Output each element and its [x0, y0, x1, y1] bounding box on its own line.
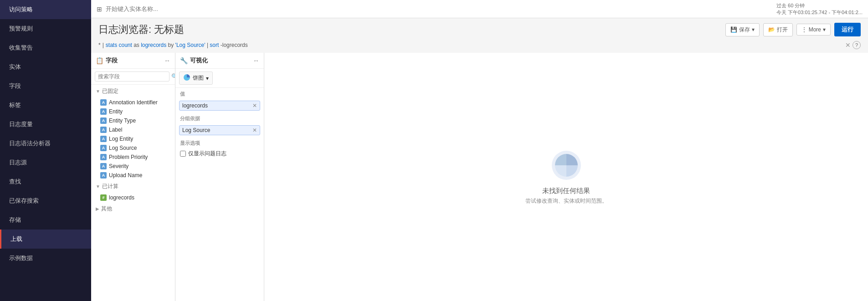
show-problem-logs-checkbox[interactable] — [180, 151, 186, 157]
viz-display-section-label: 显示选项 — [175, 137, 264, 148]
field-search-icon: 🔍 — [171, 73, 175, 80]
sidebar-item-upload[interactable]: 上载 — [0, 230, 91, 249]
field-label-log-entity: Log Entity — [109, 136, 133, 142]
field-logrecords[interactable]: # logrecords — [91, 193, 175, 202]
query-help-icon[interactable]: ? — [853, 41, 861, 49]
sidebar-item-tags[interactable]: 标签 — [0, 96, 91, 115]
field-entity-type[interactable]: A Entity Type — [91, 116, 175, 125]
logsource-link[interactable]: 'Log Source' — [175, 42, 205, 48]
sidebar-item-log-source[interactable]: 日志源 — [0, 153, 91, 172]
field-type-icon-problem-priority: A — [100, 154, 107, 160]
field-label-upload-name: Upload Name — [109, 172, 142, 179]
field-type-icon-annotation: A — [100, 99, 107, 106]
run-button[interactable]: 运行 — [834, 23, 861, 36]
save-button[interactable]: 💾 保存 ▾ — [725, 23, 760, 36]
fields-panel-collapse-icon[interactable]: ↔ — [164, 57, 170, 64]
no-result-title: 未找到任何结果 — [542, 187, 590, 195]
query-close-icon[interactable]: ✕ — [845, 41, 851, 49]
viz-value-tag: logrecords ✕ — [179, 101, 260, 111]
sidebar-item-access-policy[interactable]: 访问策略 — [0, 0, 91, 19]
field-problem-priority[interactable]: A Problem Priority — [91, 153, 175, 162]
open-label: 打开 — [777, 26, 788, 34]
sidebar-item-search[interactable]: 查找 — [0, 172, 91, 191]
more-label: More — [809, 26, 821, 33]
fields-panel-header: 📋 字段 ↔ — [91, 53, 175, 69]
result-area: 未找到任何结果 尝试修改查询、实体或时间范围。 — [264, 53, 868, 301]
computed-section-header[interactable]: ▼ 已计算 — [91, 180, 175, 193]
pie-chart-icon — [183, 74, 190, 82]
sidebar-item-saved-search[interactable]: 已保存搜索 — [0, 191, 91, 210]
field-type-icon-log-entity: A — [100, 136, 107, 142]
viz-panel-header: 🔧 可视化 ↔ — [175, 53, 264, 69]
main-area: ⊞ 过去 60 分钟 今天 下午03:01:25.742 - 下午04:01:2… — [91, 0, 868, 301]
content-area: 📋 字段 ↔ 🔍 ▼ 已固定 A Annotation Identifier A… — [91, 53, 868, 301]
sidebar-item-log-analyzer[interactable]: 日志语法分析器 — [0, 134, 91, 153]
field-annotation-identifier[interactable]: A Annotation Identifier — [91, 98, 175, 107]
viz-value-tag-close-icon[interactable]: ✕ — [252, 102, 257, 109]
viz-panel-collapse-icon[interactable]: ↔ — [253, 57, 259, 64]
sidebar-item-storage[interactable]: 存储 — [0, 210, 91, 230]
fields-panel: 📋 字段 ↔ 🔍 ▼ 已固定 A Annotation Identifier A… — [91, 53, 175, 301]
sidebar-item-sample-data[interactable]: 示例数据 — [0, 249, 91, 268]
querybar: * | stats count as logrecords by 'Log So… — [91, 39, 868, 53]
entity-search-input[interactable] — [106, 5, 773, 12]
sidebar-item-collect-alerts[interactable]: 收集警告 — [0, 38, 91, 57]
sidebar-item-alert-rules[interactable]: 预警规则 — [0, 19, 91, 38]
viz-group-tag-close-icon[interactable]: ✕ — [252, 127, 257, 133]
save-chevron-icon: ▾ — [752, 26, 755, 33]
fields-icon: 📋 — [96, 57, 103, 64]
pinned-section-header[interactable]: ▼ 已固定 — [91, 85, 175, 98]
titlebar: 日志浏览器: 无标题 💾 保存 ▾ 📂 打开 ⋮ More ▾ 运行 — [91, 18, 868, 39]
field-type-icon-logrecords: # — [100, 194, 107, 201]
field-upload-name[interactable]: A Upload Name — [91, 171, 175, 180]
no-result-icon — [550, 149, 582, 181]
stats-link[interactable]: stats — [106, 42, 117, 48]
field-label[interactable]: A Label — [91, 125, 175, 134]
count-link[interactable]: count — [118, 42, 132, 48]
viz-panel: 🔧 可视化 ↔ 饼图 ▾ 值 — [175, 53, 264, 301]
viz-value-tag-text: logrecords — [182, 102, 208, 109]
show-problem-logs-label: 仅显示问题日志 — [188, 150, 226, 158]
field-log-entity[interactable]: A Log Entity — [91, 134, 175, 143]
field-label-severity: Severity — [109, 163, 128, 169]
sidebar-item-entity[interactable]: 实体 — [0, 57, 91, 77]
titlebar-actions: 💾 保存 ▾ 📂 打开 ⋮ More ▾ 运行 — [725, 23, 861, 36]
field-label-logrecords: logrecords — [109, 194, 134, 201]
more-chevron-icon: ▾ — [823, 26, 826, 33]
viz-group-tag: Log Source ✕ — [179, 125, 260, 135]
sidebar: 访问策略 预警规则 收集警告 实体 字段 标签 日志度量 日志语法分析器 日志源… — [0, 0, 91, 301]
chart-type-button[interactable]: 饼图 ▾ — [179, 71, 213, 85]
field-search-input[interactable] — [95, 71, 169, 82]
sidebar-item-fields[interactable]: 字段 — [0, 77, 91, 96]
field-label-annotation: Annotation Identifier — [109, 99, 158, 106]
open-button[interactable]: 📂 打开 — [763, 23, 793, 36]
field-type-icon-upload-name: A — [100, 172, 107, 179]
save-label: 保存 — [739, 26, 750, 34]
save-icon: 💾 — [730, 26, 737, 33]
other-section-label: 其他 — [101, 205, 112, 213]
field-log-source[interactable]: A Log Source — [91, 143, 175, 153]
viz-group-tag-text: Log Source — [182, 127, 210, 133]
no-result-subtitle: 尝试修改查询、实体或时间范围。 — [525, 197, 607, 205]
more-button[interactable]: ⋮ More ▾ — [796, 24, 831, 36]
page-title: 日志浏览器: 无标题 — [98, 23, 184, 36]
other-section-header[interactable]: ▶ 其他 — [91, 202, 175, 215]
field-type-icon-log-source: A — [100, 145, 107, 151]
viz-icon: 🔧 — [180, 57, 188, 64]
sidebar-item-log-metrics[interactable]: 日志度量 — [0, 115, 91, 134]
logrecords-link[interactable]: logrecords — [141, 42, 166, 48]
field-type-icon-severity: A — [100, 163, 107, 169]
field-severity[interactable]: A Severity — [91, 162, 175, 171]
chart-type-label: 饼图 — [193, 74, 204, 82]
field-type-icon-entity-type: A — [100, 117, 107, 124]
pinned-section-label: 已固定 — [102, 87, 118, 95]
sort-link[interactable]: sort — [210, 42, 219, 48]
field-label-log-source: Log Source — [109, 145, 137, 151]
chart-type-chevron-icon: ▾ — [206, 75, 209, 82]
field-entity[interactable]: A Entity — [91, 107, 175, 116]
other-triangle-icon: ▶ — [96, 206, 99, 211]
search-field-box: 🔍 — [91, 69, 175, 85]
computed-triangle-icon: ▼ — [96, 184, 100, 189]
viz-panel-title: 可视化 — [190, 56, 208, 65]
grid-icon[interactable]: ⊞ — [97, 5, 102, 13]
